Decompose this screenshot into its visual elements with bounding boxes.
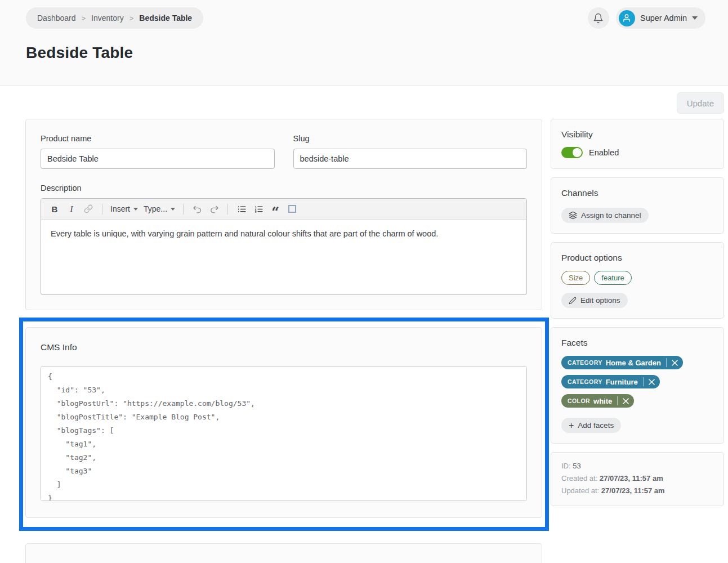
user-name: Super Admin <box>640 14 687 23</box>
toolbar-divider <box>183 204 184 215</box>
breadcrumb-separator-icon: > <box>129 14 134 23</box>
product-options-title: Product options <box>561 253 713 263</box>
toggle-knob <box>573 148 582 157</box>
assign-to-channel-label: Assign to channel <box>581 211 641 220</box>
visibility-toggle[interactable] <box>561 147 583 158</box>
next-section-card <box>25 543 542 563</box>
description-editor-content[interactable]: Every table is unique, with varying grai… <box>41 220 526 294</box>
visibility-title: Visibility <box>561 129 713 140</box>
type-dropdown[interactable]: Type... <box>141 201 177 217</box>
blockquote-button[interactable] <box>267 201 283 217</box>
notifications-button[interactable] <box>588 7 609 29</box>
ordered-list-button[interactable] <box>251 201 266 217</box>
bullet-list-button[interactable] <box>234 201 249 217</box>
entity-details-card: ID: 53 Created at: 27/07/23, 11:57 am Up… <box>551 452 724 506</box>
redo-icon <box>209 204 219 214</box>
facet-chip-furniture: CATEGORY Furniture <box>561 375 660 388</box>
update-button[interactable]: Update <box>677 92 724 114</box>
visibility-status: Enabled <box>589 148 619 157</box>
link-button[interactable] <box>81 201 96 217</box>
product-name-input[interactable] <box>41 149 275 169</box>
option-chip-size: Size <box>561 271 590 285</box>
editor-toolbar: B I Insert <box>41 199 526 220</box>
product-detail-card: Product name Slug Description B I <box>25 119 542 310</box>
toolbar-divider <box>102 204 102 215</box>
add-facets-label: Add facets <box>578 421 614 430</box>
breadcrumb-separator-icon: > <box>82 14 86 23</box>
channels-title: Channels <box>561 188 713 198</box>
facet-code: COLOR <box>568 397 590 404</box>
channels-card: Channels Assign to channel <box>551 177 724 234</box>
page-header: Dashboard > Inventory > Bedside Table <box>0 0 728 86</box>
breadcrumb-item-inventory[interactable]: Inventory <box>91 14 124 23</box>
redo-button[interactable] <box>206 201 222 217</box>
facet-value: Home & Garden <box>606 359 661 367</box>
product-options-card: Product options Size feature Edit option… <box>551 242 724 319</box>
close-icon <box>672 360 678 366</box>
chevron-down-icon <box>171 208 175 211</box>
chevron-down-icon <box>133 208 138 211</box>
cms-info-highlight: CMS Info { "id": "53", "blogPostUrl": "h… <box>19 318 549 531</box>
facets-card: Facets CATEGORY Home & Garden CATEGO <box>551 327 724 444</box>
updated-at-label: Updated at: <box>561 486 599 495</box>
cms-info-card: CMS Info { "id": "53", "blogPostUrl": "h… <box>25 327 542 518</box>
remove-facet-button[interactable] <box>644 375 660 388</box>
id-value: 53 <box>573 462 580 470</box>
breadcrumb-item-dashboard[interactable]: Dashboard <box>37 14 76 23</box>
layers-icon <box>569 211 577 220</box>
link-icon <box>84 204 93 213</box>
close-icon <box>649 379 655 385</box>
facet-chip-white: COLOR white <box>561 394 634 408</box>
add-facets-button[interactable]: + Add facets <box>561 418 621 433</box>
visibility-card: Visibility Enabled <box>551 119 724 169</box>
remove-facet-button[interactable] <box>667 356 683 369</box>
avatar <box>619 10 635 26</box>
close-icon <box>623 398 629 404</box>
breadcrumb: Dashboard > Inventory > Bedside Table <box>26 7 203 29</box>
edit-options-label: Edit options <box>580 296 620 305</box>
facet-value: white <box>593 397 612 405</box>
user-menu[interactable]: Super Admin <box>616 7 705 29</box>
user-icon <box>622 14 631 23</box>
option-chip-feature: feature <box>594 271 631 285</box>
created-at-label: Created at: <box>561 474 597 482</box>
cms-info-title: CMS Info <box>41 342 527 352</box>
main-content: Update Product name Slug Description <box>0 92 728 563</box>
remove-facet-button[interactable] <box>618 394 634 408</box>
description-label: Description <box>41 184 527 193</box>
page-title: Bedside Table <box>26 44 705 62</box>
code-block-button[interactable] <box>284 201 300 217</box>
insert-dropdown[interactable]: Insert <box>108 201 140 217</box>
ordered-list-icon <box>254 204 263 214</box>
facet-chip-home-garden: CATEGORY Home & Garden <box>561 356 683 369</box>
edit-options-button[interactable]: Edit options <box>561 293 628 308</box>
slug-label: Slug <box>293 134 528 143</box>
pencil-icon <box>569 297 577 305</box>
undo-button[interactable] <box>189 201 205 217</box>
bold-button[interactable]: B <box>47 201 62 217</box>
facet-code: CATEGORY <box>568 378 602 385</box>
sidebar: Visibility Enabled Channels Assi <box>551 119 724 515</box>
type-dropdown-label: Type... <box>144 204 167 213</box>
bell-icon <box>593 13 604 24</box>
italic-button[interactable]: I <box>64 201 79 217</box>
insert-dropdown-label: Insert <box>110 204 130 213</box>
plus-icon: + <box>569 421 574 430</box>
assign-to-channel-button[interactable]: Assign to channel <box>561 208 649 223</box>
id-label: ID: <box>561 462 571 470</box>
bullet-list-icon <box>237 204 247 214</box>
undo-icon <box>193 204 202 214</box>
facets-title: Facets <box>561 338 713 348</box>
updated-at-value: 27/07/23, 11:57 am <box>601 486 665 495</box>
toolbar-divider <box>227 204 228 215</box>
slug-input[interactable] <box>293 149 528 169</box>
facet-code: CATEGORY <box>568 359 602 366</box>
product-name-label: Product name <box>41 134 275 143</box>
facet-value: Furniture <box>606 378 638 386</box>
rich-text-editor: B I Insert <box>41 198 527 295</box>
created-at-value: 27/07/23, 11:57 am <box>600 474 663 482</box>
cms-info-json-textarea[interactable]: { "id": "53", "blogPostUrl": "https://ex… <box>41 366 527 501</box>
square-icon <box>288 205 296 213</box>
chevron-down-icon <box>692 16 698 20</box>
breadcrumb-item-current: Bedside Table <box>139 14 192 23</box>
